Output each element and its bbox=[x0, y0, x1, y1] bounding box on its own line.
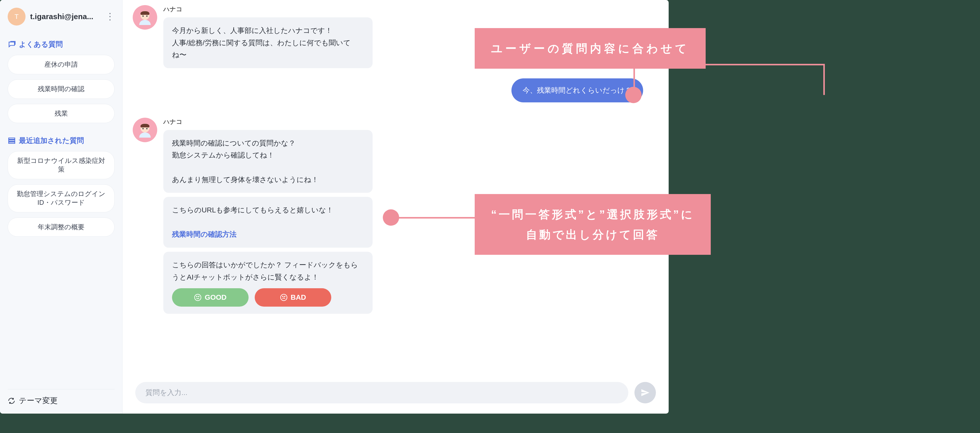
svg-point-6 bbox=[146, 16, 148, 17]
svg-rect-1 bbox=[9, 140, 15, 142]
good-button[interactable]: GOOD bbox=[172, 288, 248, 307]
bad-button[interactable]: BAD bbox=[255, 288, 331, 307]
reference-link[interactable]: 残業時間の確認方法 bbox=[172, 230, 237, 238]
input-placeholder: 質問を入力... bbox=[145, 388, 187, 398]
bot-avatar bbox=[133, 5, 157, 30]
send-button[interactable] bbox=[635, 382, 656, 403]
bot-name: ハナコ bbox=[163, 118, 372, 126]
svg-point-5 bbox=[142, 16, 144, 17]
sidebar: T t.igarashi@jena... ⋮ よくある質問 産休の申請 残業時間… bbox=[0, 0, 123, 414]
recent-list: 新型コロナウイルス感染症対策 勤怠管理システムのログインID・パスワード 年末調… bbox=[8, 151, 115, 237]
avatar[interactable]: T bbox=[8, 8, 25, 25]
input-bar: 質問を入力... bbox=[123, 375, 669, 414]
svg-point-10 bbox=[146, 128, 148, 129]
feedback-prompt: こちらの回答はいかがでしたか？ フィードバックをもらうとAIチャットボットがさら… bbox=[172, 261, 358, 281]
chat-bubble-icon bbox=[8, 40, 16, 48]
good-label: GOOD bbox=[205, 291, 227, 304]
recent-item[interactable]: 新型コロナウイルス感染症対策 bbox=[8, 151, 115, 179]
send-icon bbox=[641, 388, 650, 397]
user-message-row: 今、残業時間どれくらいだっけ？ bbox=[133, 78, 653, 102]
annotation-connector bbox=[823, 64, 825, 95]
annotation-text: ユーザーの質問内容に合わせて bbox=[491, 42, 689, 55]
svg-point-11 bbox=[195, 295, 201, 301]
svg-point-16 bbox=[284, 296, 285, 297]
message-input[interactable]: 質問を入力... bbox=[135, 382, 628, 403]
frown-icon bbox=[280, 294, 288, 301]
bot-link-prefix: こちらのURLも参考にしてもらえると嬉しいな！ bbox=[172, 206, 333, 214]
annotation-dot bbox=[625, 87, 641, 103]
bot-bubble-answer: 残業時間の確認についての質問かな？ 勤怠システムから確認してね！ あんまり無理し… bbox=[163, 130, 372, 193]
faq-header-label: よくある質問 bbox=[19, 40, 63, 49]
user-bubble: 今、残業時間どれくらいだっけ？ bbox=[511, 78, 643, 102]
annotation-callout-1: ユーザーの質問内容に合わせて bbox=[475, 28, 706, 68]
faq-list: 産休の申請 残業時間の確認 残業 bbox=[8, 55, 115, 123]
profile-username: t.igarashi@jena... bbox=[30, 12, 101, 21]
faq-item[interactable]: 残業 bbox=[8, 104, 115, 123]
theme-label: テーマ変更 bbox=[19, 395, 58, 406]
svg-point-14 bbox=[280, 295, 287, 301]
theme-toggle[interactable]: テーマ変更 bbox=[8, 389, 115, 406]
svg-point-9 bbox=[142, 128, 144, 129]
svg-point-15 bbox=[283, 296, 283, 297]
faq-item[interactable]: 残業時間の確認 bbox=[8, 80, 115, 99]
kebab-menu-icon[interactable]: ⋮ bbox=[105, 12, 115, 21]
refresh-icon bbox=[8, 397, 15, 405]
bot-bubble-feedback: こちらの回答はいかがでしたか？ フィードバックをもらうとAIチャットボットがさら… bbox=[163, 252, 372, 314]
bot-bubble-intro: 今月から新しく、人事部に入社したハナコです！ 人事/総務/労務に関する質問は、わ… bbox=[163, 18, 372, 68]
bot-bubble-link: こちらのURLも参考にしてもらえると嬉しいな！ 残業時間の確認方法 bbox=[163, 197, 372, 248]
svg-rect-2 bbox=[9, 142, 15, 143]
list-icon bbox=[8, 137, 16, 145]
avatar-letter: T bbox=[14, 13, 19, 21]
recent-header: 最近追加された質問 bbox=[8, 136, 115, 145]
annotation-dot bbox=[383, 209, 399, 226]
faq-header: よくある質問 bbox=[8, 40, 115, 49]
annotation-connector bbox=[391, 217, 475, 218]
recent-header-label: 最近追加された質問 bbox=[19, 136, 84, 145]
annotation-callout-2: “一問一答形式”と”選択肢形式”に 自動で出し分けて回答 bbox=[475, 194, 711, 255]
profile-row: T t.igarashi@jena... ⋮ bbox=[8, 8, 115, 25]
svg-rect-0 bbox=[9, 138, 15, 139]
bad-label: BAD bbox=[291, 291, 306, 304]
faq-item[interactable]: 産休の申請 bbox=[8, 55, 115, 74]
recent-item[interactable]: 勤怠管理システムのログインID・パスワード bbox=[8, 184, 115, 212]
svg-point-13 bbox=[199, 296, 199, 297]
bot-name: ハナコ bbox=[163, 5, 372, 13]
smile-icon bbox=[194, 294, 202, 301]
svg-point-12 bbox=[197, 296, 197, 297]
annotation-text: 自動で出し分けて回答 bbox=[526, 228, 659, 241]
bot-avatar bbox=[133, 118, 157, 142]
annotation-text: “一問一答形式”と”選択肢形式”に bbox=[491, 208, 694, 221]
recent-item[interactable]: 年末調整の概要 bbox=[8, 218, 115, 237]
